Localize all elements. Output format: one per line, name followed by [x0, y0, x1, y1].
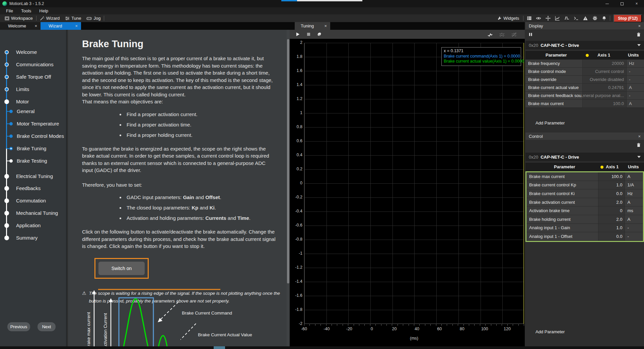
- menu-item[interactable]: Tools: [17, 8, 35, 13]
- trash-icon[interactable]: [637, 143, 641, 147]
- stop-icon[interactable]: [304, 30, 313, 38]
- display-add-parameter-link[interactable]: Add Parameter: [535, 120, 565, 125]
- tab-wizard[interactable]: Wizard×: [41, 22, 81, 30]
- close-icon[interactable]: ×: [638, 23, 641, 28]
- eye-icon[interactable]: [534, 15, 543, 22]
- y-tick-label: 0.8: [290, 124, 302, 129]
- move-icon[interactable]: [544, 15, 552, 22]
- y-tick-label: 1: [290, 110, 302, 115]
- control-table-row[interactable]: Analog input 1 - Gain 1.0 -: [526, 224, 643, 233]
- wand-icon: [40, 16, 45, 21]
- app-logo-icon: [2, 1, 7, 6]
- control-table-row[interactable]: Analog input 1 - Offset 0.0 -: [526, 232, 643, 241]
- control-device-selector[interactable]: 0x20 CAP-NET-C - Drive: [525, 153, 644, 161]
- scope-pane: Tuning× 21.81.61.41.210.80.60.40.20-0.2: [290, 22, 525, 346]
- sliders-icon: [65, 16, 70, 21]
- warning-icon[interactable]: [581, 15, 590, 22]
- display-table-row: Brake control mode Current control -: [525, 68, 644, 76]
- axis-color-dot: [586, 54, 589, 57]
- control-table-row[interactable]: Activation brake time 0 ms: [526, 206, 643, 215]
- control-table-row[interactable]: Brake max current 100.0 A: [526, 172, 643, 181]
- display-device-selector[interactable]: 0x20 CAP-NET-C - Drive: [525, 41, 644, 50]
- sidebar-step-label: Summary: [16, 235, 38, 241]
- tab-tuning[interactable]: Tuning×: [295, 22, 330, 30]
- actual-current-curve: [123, 299, 149, 346]
- sidebar-step-label: Welcome: [16, 49, 37, 55]
- step-dot-icon: [4, 174, 9, 179]
- sidebar-step-label: Limits: [16, 86, 29, 92]
- workspace-button[interactable]: Workspace: [2, 14, 35, 22]
- close-icon[interactable]: ×: [638, 134, 641, 139]
- eraser-icon[interactable]: [314, 30, 324, 38]
- control-table-row[interactable]: Brake current control Kp 1.0 1/A: [526, 181, 643, 190]
- toolbar-separator: [523, 16, 523, 21]
- minimize-icon: [605, 4, 609, 4]
- wizard-sidebar: Welcome Communications Safe Torque Off: [0, 30, 67, 346]
- multi-signal-icon[interactable]: [497, 30, 507, 38]
- sidebar-step-label: Safe Torque Off: [16, 74, 51, 80]
- menu-item[interactable]: Help: [35, 8, 52, 13]
- terminal-icon[interactable]: [572, 15, 580, 22]
- multi-signal-off-icon[interactable]: [509, 30, 519, 38]
- content-scrollbar[interactable]: [287, 30, 290, 346]
- close-icon: ×: [635, 1, 638, 6]
- previous-button[interactable]: Previous: [7, 322, 30, 331]
- paragraph: To guarantee the brake is energized as e…: [82, 145, 276, 174]
- step-dot-icon: [4, 186, 9, 191]
- display-table-row: Brake current feedback sou... General pu…: [525, 92, 644, 100]
- scope-toolbar: [290, 30, 525, 39]
- switch-on-button[interactable]: Switch on: [98, 262, 145, 275]
- sidebar-step-label: Commutation: [16, 198, 46, 203]
- menubar: FileToolsHelp: [0, 7, 644, 14]
- y-tick-label: -0.2: [290, 195, 302, 199]
- tab-close-icon[interactable]: ×: [34, 23, 37, 28]
- menu-item[interactable]: File: [2, 8, 17, 13]
- control-table-row[interactable]: Brake activation current 2.0 A: [526, 198, 643, 207]
- toolbar-separator: [610, 16, 610, 21]
- gear-icon[interactable]: [590, 15, 599, 22]
- control-add-parameter-link[interactable]: Add Parameter: [535, 329, 565, 334]
- pause-icon[interactable]: [529, 32, 532, 36]
- widgets-button[interactable]: Widgets: [495, 14, 522, 22]
- step-dot-icon: [9, 110, 13, 113]
- sidebar-step-label: Electrical Tuning: [16, 173, 53, 179]
- y-tick-label: -1: [290, 251, 302, 256]
- next-button[interactable]: Next: [38, 322, 56, 331]
- trash-icon[interactable]: [637, 32, 641, 37]
- callout-command-label: Brake Current Command: [182, 311, 232, 316]
- tune-button[interactable]: Tune: [62, 14, 84, 22]
- wrench-icon: [497, 16, 502, 20]
- x-axis-title: (ms): [304, 336, 524, 341]
- stop-button[interactable]: Stop (F12): [614, 14, 642, 22]
- control-table-row[interactable]: Brake holding current 2.0 A: [526, 215, 643, 224]
- scope-plot-region[interactable]: 21.81.61.41.210.80.60.40.20-0.2-0.4-0.6-…: [290, 39, 525, 346]
- scope-signal-tools: [485, 30, 519, 39]
- scope-tooltip: x = 0.1371 Brake current command(Axis 1)…: [441, 47, 521, 66]
- bell-icon[interactable]: [600, 15, 609, 22]
- workspace-icon: [5, 16, 9, 21]
- y-tick-label: -1.2: [290, 265, 302, 270]
- list-item: Find a proper holding current.: [112, 132, 270, 139]
- jog-button[interactable]: Jog: [84, 14, 103, 22]
- wizard-button[interactable]: Wizard: [37, 14, 62, 22]
- x-tick-label: -60: [301, 327, 307, 331]
- chart-icon[interactable]: [553, 15, 562, 22]
- table-icon[interactable]: [525, 15, 533, 22]
- scrollbar-thumb[interactable]: [287, 39, 289, 283]
- square-wave-icon[interactable]: [562, 15, 571, 22]
- tab-close-icon[interactable]: ×: [75, 23, 78, 28]
- tab-close-icon[interactable]: ×: [324, 23, 327, 28]
- minimize-button[interactable]: [600, 0, 615, 7]
- y-tick-label: 0: [290, 181, 302, 185]
- play-icon[interactable]: [293, 30, 302, 38]
- y-tick-label: 0.4: [290, 153, 302, 157]
- signal-line-icon[interactable]: [485, 30, 495, 38]
- brake-current-diagram: Brake Current Command Brake Current Actu…: [68, 286, 290, 346]
- control-table-row[interactable]: Brake current control Ki 0.0 Hz: [526, 189, 643, 198]
- tab-welcome[interactable]: Welcome×: [0, 22, 41, 30]
- close-button[interactable]: ×: [629, 0, 644, 7]
- y-tick-label: 0.2: [290, 167, 302, 171]
- taskbar-accent: [214, 346, 225, 349]
- maximize-button[interactable]: [615, 0, 629, 7]
- y-tick-label: 1.2: [290, 96, 302, 101]
